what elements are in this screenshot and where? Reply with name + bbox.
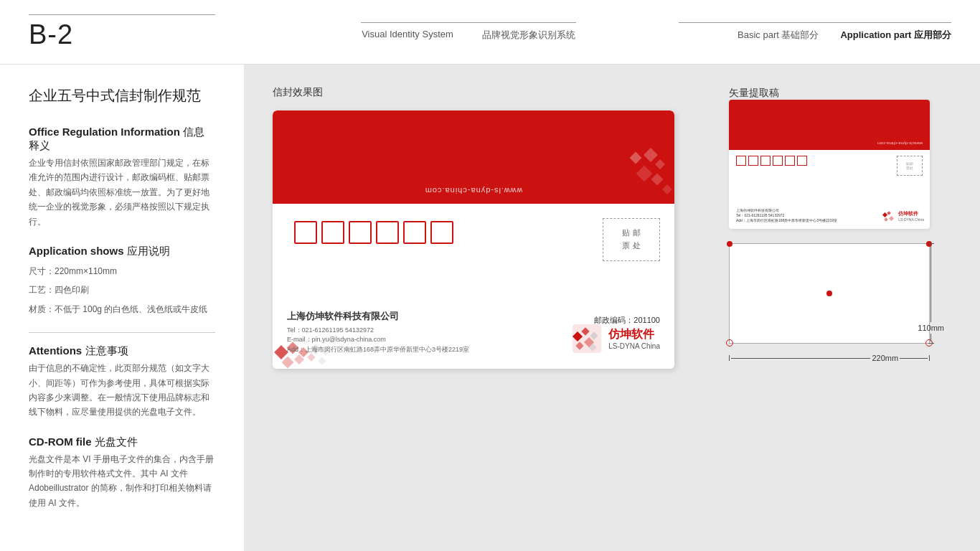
preview-logo-cn: 仿坤软件 bbox=[898, 210, 924, 217]
svg-rect-9 bbox=[282, 357, 294, 369]
height-arrow: 110mm bbox=[918, 243, 944, 344]
svg-rect-3 bbox=[636, 166, 653, 182]
logo-cn: 仿坤软件 bbox=[608, 327, 660, 342]
preview-box: www.ls-dyna-china.com 贴邮票处 bbox=[729, 100, 930, 229]
header-right-labels: Basic part 基础部分 Application part 应用部分 bbox=[738, 29, 951, 42]
width-label: 220mm bbox=[872, 354, 898, 362]
sidebar-divider bbox=[29, 332, 215, 333]
section-attention: Attentions 注意事项 由于信息的不确定性，此页部分规范（如文字大小、间… bbox=[29, 344, 215, 420]
dimension-section: 220mm 110mm bbox=[729, 243, 951, 529]
svg-rect-24 bbox=[884, 217, 888, 222]
preview-label: 矢量提取稿 bbox=[729, 87, 779, 98]
dim-dot-center bbox=[826, 291, 832, 296]
svg-rect-23 bbox=[887, 211, 891, 215]
svg-rect-14 bbox=[318, 357, 326, 364]
section1-content: 企业专用信封依照国家邮政管理部门规定，在标准允许的范围内进行设计，邮政编码框、贴… bbox=[29, 156, 215, 229]
arrow-right-tick bbox=[929, 355, 930, 361]
height-label: 110mm bbox=[918, 324, 944, 332]
logo-en: LS-DYNA China bbox=[608, 342, 660, 350]
section-app: Application shows 应用说明 尺寸：220mm×110mm 工艺… bbox=[29, 245, 215, 316]
right-panel: 矢量提取稿 www.ls-dyna-china.com bbox=[729, 86, 951, 529]
preview-company-addr: Add：上海市闵行区南虹路168弄中原华侨新里中心3号楼2219室 bbox=[736, 218, 837, 222]
vis-line bbox=[361, 22, 576, 23]
header-right-line bbox=[679, 22, 951, 23]
envelope-label: 信封效果图 bbox=[273, 86, 707, 99]
postcode-box-6 bbox=[430, 221, 453, 244]
preview-website: www.ls-dyna-china.com bbox=[877, 141, 923, 146]
logo-text: 仿坤软件 LS-DYNA China bbox=[608, 327, 660, 350]
section2-line3: 材质：不低于 100g 的白色纸、浅色纸或牛皮纸 bbox=[29, 302, 215, 316]
stamp-text: 贴 邮 票 处 bbox=[622, 227, 640, 252]
company-info: 上海仿坤软件科技有限公司 Tel：021-61261195 54132972 E… bbox=[287, 310, 469, 355]
svg-rect-5 bbox=[662, 184, 672, 194]
svg-rect-22 bbox=[882, 212, 887, 217]
dim-box bbox=[729, 243, 930, 344]
envelope-section: 信封效果图 www.ls-dyna-china.com bbox=[273, 86, 707, 529]
preview-logo-text: 仿坤软件 LS-DYNA China bbox=[898, 210, 924, 222]
preview-logo: 仿坤软件 LS-DYNA China bbox=[882, 209, 924, 223]
company-email: E-mail：pin.yu@lsdyna-china.com bbox=[287, 335, 469, 345]
arrow-line-h bbox=[731, 358, 870, 359]
preview-logo-icon bbox=[882, 209, 896, 223]
section2-line1: 尺寸：220mm×110mm bbox=[29, 264, 215, 278]
arrow-line-v2 bbox=[930, 334, 931, 342]
arrow-line-v bbox=[930, 245, 931, 322]
section3-title-en: Attentions bbox=[29, 344, 82, 357]
postcode-box-5 bbox=[403, 221, 426, 244]
section-info: Office Regulation Information 信息释义 企业专用信… bbox=[29, 126, 215, 229]
company-address: Add：上海市闵行区南虹路168弄中原华侨新里中心3号楼2219室 bbox=[287, 345, 469, 355]
header-center: Visual Identity System 品牌视觉形象识别系统 bbox=[258, 22, 679, 42]
preview-bottom: 贴邮票处 上海仿坤软件科技有限公司 Tel：021-61261195 54132… bbox=[729, 150, 930, 229]
section2-title-en: Application shows bbox=[29, 245, 124, 257]
section4-content: 光盘文件是本 VI 手册电子文件的集合，内含手册制作时的专用软件格式文件。其中 … bbox=[29, 452, 215, 511]
preview-section: 矢量提取稿 www.ls-dyna-china.com bbox=[729, 86, 951, 229]
vis-label-en: Visual Identity System bbox=[362, 29, 453, 42]
svg-rect-11 bbox=[307, 353, 315, 361]
section3-content: 由于信息的不确定性，此页部分规范（如文字大小、间距等）可作为参考使用，具体可根据… bbox=[29, 361, 215, 420]
postcode-box-1 bbox=[294, 221, 317, 244]
postcode-box-4 bbox=[376, 221, 399, 244]
vis-label-cn: 品牌视觉形象识别系统 bbox=[482, 29, 575, 42]
preview-postcode-box-6 bbox=[797, 156, 807, 166]
preview-postcode bbox=[736, 156, 923, 166]
vis-section: Visual Identity System 品牌视觉形象识别系统 bbox=[361, 22, 576, 42]
arrow-line-h2 bbox=[900, 358, 928, 359]
preview-postcode-box-3 bbox=[760, 156, 771, 166]
section4-title-en: CD-ROM file bbox=[29, 435, 92, 448]
page-header: B-2 Visual Identity System 品牌视觉形象识别系统 Ba… bbox=[0, 0, 980, 65]
vis-labels: Visual Identity System 品牌视觉形象识别系统 bbox=[362, 29, 575, 42]
preview-company: 上海仿坤软件科技有限公司 Tel：021-61261195 54132972 A… bbox=[736, 208, 837, 223]
basic-part-label: Basic part 基础部分 bbox=[738, 29, 819, 42]
dim-dot-tl bbox=[727, 241, 732, 247]
preview-postcode-box-2 bbox=[748, 156, 758, 166]
preview-postcode-box-1 bbox=[736, 156, 746, 166]
section-cdrom: CD-ROM file 光盘文件 光盘文件是本 VI 手册电子文件的集合，内含手… bbox=[29, 435, 215, 511]
svg-rect-25 bbox=[889, 216, 894, 221]
arrow-bottom-tick bbox=[928, 343, 934, 344]
preview-company-name: 上海仿坤软件科技有限公司 bbox=[736, 208, 779, 212]
section2-title-cn: 应用说明 bbox=[127, 245, 170, 257]
envelope-website: www.ls-dyna-china.com bbox=[425, 187, 523, 195]
svg-rect-4 bbox=[651, 174, 664, 186]
section3-title-cn: 注意事项 bbox=[85, 344, 128, 357]
preview-logo-en: LS-DYNA China bbox=[898, 217, 924, 222]
main-content: 企业五号中式信封制作规范 Office Regulation Informati… bbox=[0, 65, 980, 551]
section2-line2: 工艺：四色印刷 bbox=[29, 283, 215, 297]
header-right: Basic part 基础部分 Application part 应用部分 bbox=[679, 22, 951, 42]
postal-code: 邮政编码：201100 bbox=[594, 315, 660, 326]
preview-company-tel: Tel：021-61261195 54132972 bbox=[736, 213, 784, 217]
arrow-left-tick bbox=[729, 355, 730, 361]
preview-postcode-box-4 bbox=[773, 156, 783, 166]
section1-title-en: Office Regulation Information bbox=[29, 126, 180, 138]
postcode-box-2 bbox=[321, 221, 344, 244]
preview-top: www.ls-dyna-china.com bbox=[729, 100, 930, 150]
content-area: 信封效果图 www.ls-dyna-china.com bbox=[244, 65, 980, 551]
company-name: 上海仿坤软件科技有限公司 bbox=[287, 310, 469, 323]
header-left: B-2 bbox=[29, 14, 258, 50]
envelope-logo: 仿坤软件 LS-DYNA China bbox=[571, 323, 660, 354]
sidebar: 企业五号中式信封制作规范 Office Regulation Informati… bbox=[0, 65, 244, 551]
preview-stamp-text: 贴邮票处 bbox=[906, 161, 913, 170]
arrow-top-tick bbox=[928, 243, 934, 244]
company-tel: Tel：021-61261195 54132972 bbox=[287, 326, 469, 336]
section4-title-cn: 光盘文件 bbox=[95, 435, 138, 448]
